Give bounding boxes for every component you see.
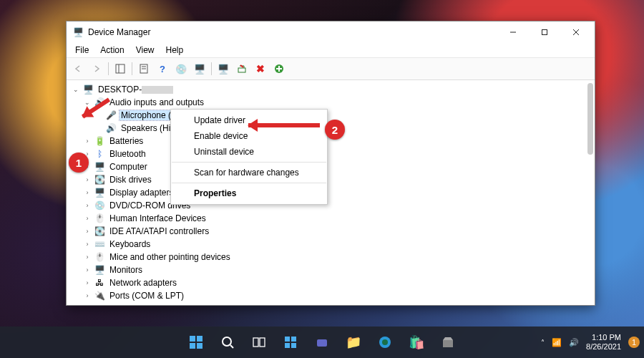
network-icon: 🖧 (94, 277, 105, 289)
disk-icon: 💽 (94, 174, 105, 185)
notification-badge[interactable]: 1 (628, 337, 640, 348)
expand-icon[interactable]: › (82, 175, 92, 185)
add-legacy-button[interactable] (270, 60, 288, 77)
store-button[interactable]: 🛍️ (402, 328, 431, 357)
svg-rect-14 (190, 336, 195, 342)
ctx-properties[interactable]: Properties (171, 185, 327, 201)
toolbar-separator (132, 62, 132, 75)
tree-category-bluetooth[interactable]: ›ᛒBluetooth (71, 147, 595, 160)
task-view-button[interactable] (245, 328, 273, 357)
tree-category-display[interactable]: ›🖥️Display adapters (71, 186, 595, 199)
tree-root[interactable]: ⌄🖥️DESKTOP- (71, 83, 595, 96)
tree-category-computer[interactable]: ›🖥️Computer (71, 160, 595, 173)
svg-line-19 (230, 345, 233, 348)
start-button[interactable] (182, 328, 210, 357)
collapse-icon[interactable]: ⌄ (71, 84, 81, 95)
file-explorer-button[interactable]: 📁 (339, 328, 368, 357)
taskbar[interactable]: 📁 🛍️ ˄ 📶 🔊 1:10 PM 8/26/2021 1 (0, 326, 644, 358)
device-label: Speakers (Hig (119, 123, 177, 133)
category-label: Display adapters (108, 188, 175, 198)
back-button[interactable] (69, 60, 87, 77)
system-tray[interactable]: ˄ 📶 🔊 1:10 PM 8/26/2021 1 (541, 326, 640, 358)
category-label: Human Interface Devices (108, 213, 208, 223)
minimize-button[interactable] (497, 21, 529, 43)
maximize-button[interactable] (529, 21, 560, 43)
teams-button[interactable] (308, 328, 336, 357)
ctx-uninstall-device[interactable]: Uninstall device (171, 144, 327, 160)
tree-category-keyboards[interactable]: ›⌨️Keyboards (71, 238, 595, 251)
annotation-callout-2: 2 (325, 120, 345, 140)
app-icon: 🖥️ (72, 26, 84, 38)
disable-device-button[interactable]: ✖ (252, 60, 269, 77)
tree-category-disk[interactable]: ›💽Disk drives (71, 173, 595, 186)
expand-icon[interactable]: › (82, 278, 92, 288)
ports-icon: 🔌 (94, 290, 105, 301)
toolbar: ? 💿 🖥️ 🖥️ ✖ (67, 58, 595, 80)
battery-icon: 🔋 (94, 135, 105, 147)
ctx-scan-hardware[interactable]: Scan for hardware changes (171, 165, 327, 180)
expand-icon[interactable]: › (82, 200, 92, 211)
ctx-separator (172, 162, 326, 163)
scan-hardware-button[interactable]: 🖥️ (191, 60, 208, 77)
menu-help[interactable]: Help (160, 44, 190, 56)
microphone-icon: 🎤 (105, 110, 117, 121)
title-bar[interactable]: 🖥️ Device Manager (67, 21, 595, 43)
expand-icon[interactable]: › (82, 252, 92, 262)
svg-point-18 (223, 337, 231, 346)
expand-icon[interactable]: › (82, 265, 92, 275)
collapse-icon[interactable]: ⌄ (82, 97, 92, 107)
clock[interactable]: 1:10 PM 8/26/2021 (586, 333, 621, 351)
tree-category-ports[interactable]: ›🔌Ports (COM & LPT) (71, 289, 595, 302)
category-label: Mice and other pointing devices (108, 252, 232, 262)
tree-category-hid[interactable]: ›🖱️Human Interface Devices (71, 212, 595, 225)
clock-date: 8/26/2021 (586, 342, 621, 352)
tray-chevron-icon[interactable]: ˄ (541, 339, 545, 347)
tree-category-network[interactable]: ›🖧Network adapters (71, 276, 595, 289)
volume-icon[interactable]: 🔊 (569, 338, 579, 347)
pinned-app-button[interactable] (434, 328, 462, 357)
svg-rect-25 (291, 343, 296, 348)
toolbar-separator (211, 62, 212, 75)
search-button[interactable] (213, 328, 242, 357)
menu-action[interactable]: Action (94, 44, 130, 56)
redacted-text (142, 86, 173, 94)
expand-icon[interactable]: › (82, 188, 92, 198)
update-driver-button[interactable]: 💿 (172, 60, 190, 77)
category-label: Disk drives (108, 175, 153, 185)
category-label: Monitors (108, 265, 144, 275)
widgets-button[interactable] (276, 328, 305, 357)
tree-category-monitors[interactable]: ›🖥️Monitors (71, 263, 595, 276)
menu-view[interactable]: View (130, 44, 160, 56)
forward-button[interactable] (88, 60, 105, 77)
uninstall-device-button[interactable] (233, 60, 250, 77)
show-hide-tree-button[interactable] (112, 60, 129, 77)
svg-rect-4 (116, 64, 125, 73)
expand-icon[interactable]: › (82, 226, 92, 236)
tree-category-ide[interactable]: ›💽IDE ATA/ATAPI controllers (71, 225, 595, 238)
device-tree-pane: ⌄🖥️DESKTOP- ⌄🔊Audio inputs and outputs 🎤… (67, 80, 595, 305)
ctx-separator (172, 183, 326, 183)
tree-category-mice[interactable]: ›🖱️Mice and other pointing devices (71, 251, 595, 263)
expand-icon[interactable]: › (82, 239, 92, 249)
window-title: Device Manager (88, 27, 497, 37)
svg-rect-21 (260, 338, 265, 347)
svg-rect-20 (253, 338, 258, 347)
tree-category-audio[interactable]: ⌄🔊Audio inputs and outputs (71, 96, 595, 109)
properties-button[interactable] (135, 60, 152, 77)
expand-icon[interactable]: › (82, 213, 92, 223)
tree-category-dvd[interactable]: ›💿DVD/CD-ROM drives (71, 199, 595, 212)
annotation-arrow-2 (248, 123, 320, 127)
expand-icon[interactable]: › (82, 136, 92, 146)
category-label: Audio inputs and outputs (108, 97, 205, 107)
menu-file[interactable]: File (69, 44, 94, 56)
expand-icon[interactable]: › (82, 291, 92, 301)
wifi-icon[interactable]: 📶 (552, 338, 562, 347)
edge-button[interactable] (371, 328, 399, 357)
hid-icon: 🖱️ (94, 213, 105, 224)
speaker-icon: 🔊 (105, 122, 117, 134)
close-button[interactable] (560, 21, 592, 43)
help-button[interactable]: ? (154, 60, 171, 77)
computer-icon: 🖥️ (94, 161, 105, 173)
device-tree: ⌄🖥️DESKTOP- ⌄🔊Audio inputs and outputs 🎤… (67, 80, 595, 305)
enable-device-button[interactable]: 🖥️ (215, 60, 232, 77)
